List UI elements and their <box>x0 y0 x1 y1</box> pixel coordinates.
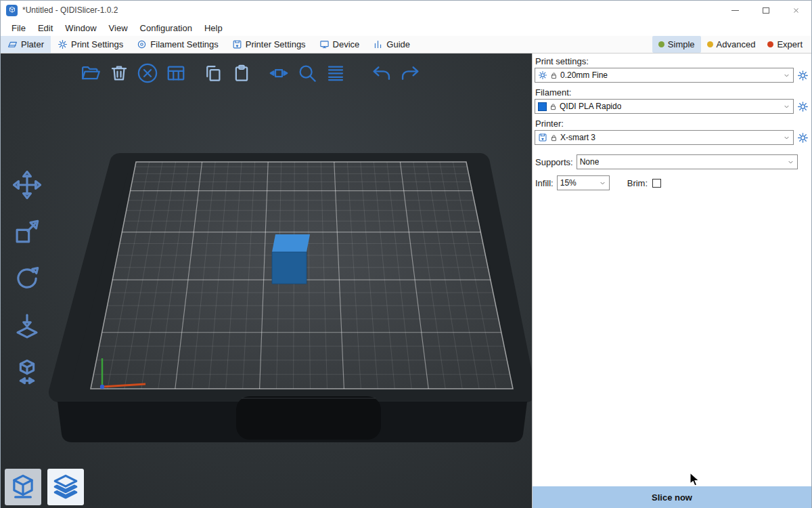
maximize-icon <box>763 7 769 14</box>
app-logo-cube-icon <box>8 6 16 14</box>
move-arrows-icon <box>13 171 41 199</box>
redo-button[interactable] <box>396 59 424 87</box>
slice-now-button[interactable]: Slice now <box>533 486 811 508</box>
plater-icon <box>7 39 18 49</box>
measure-icon <box>13 358 41 386</box>
mode-expert-label: Expert <box>777 39 803 49</box>
filament-color-swatch <box>538 102 547 111</box>
split-objects-button[interactable] <box>265 59 293 87</box>
mode-expert[interactable]: Expert <box>761 36 809 53</box>
viewport-3d[interactable] <box>1 54 532 508</box>
tab-bar: Plater Print Settings Filament Settings … <box>1 36 811 54</box>
chevron-down-icon <box>599 179 606 187</box>
filament-value: QIDI PLA Rapido <box>560 102 621 111</box>
paste-button[interactable] <box>227 59 256 87</box>
edit-print-settings-button[interactable] <box>797 70 809 81</box>
close-icon <box>792 7 800 14</box>
move-tool-button[interactable] <box>7 165 47 205</box>
tab-print-settings-label: Print Settings <box>71 39 123 49</box>
tab-plater[interactable]: Plater <box>1 36 51 53</box>
menu-file[interactable]: File <box>5 22 32 35</box>
monitor-icon <box>319 39 330 49</box>
scale-tool-button[interactable] <box>7 211 47 252</box>
menu-view[interactable]: View <box>103 22 134 35</box>
folder-open-icon <box>81 63 101 83</box>
tab-printer-settings-label: Printer Settings <box>246 39 306 49</box>
tab-printer-settings[interactable]: Printer Settings <box>225 36 313 53</box>
scene-toolbar <box>76 59 424 87</box>
delete-all-button[interactable] <box>133 59 162 87</box>
chevron-down-icon <box>783 103 790 110</box>
rotate-icon <box>13 264 41 293</box>
arrange-button[interactable] <box>162 59 190 87</box>
guide-bars-icon <box>373 39 383 49</box>
view-preview-button[interactable] <box>47 469 84 505</box>
open-file-button[interactable] <box>76 59 105 87</box>
layers-stack-icon <box>51 473 80 501</box>
view-3d-editor-button[interactable] <box>5 469 41 505</box>
mode-advanced-label: Advanced <box>717 39 756 49</box>
simple-mode-dot-icon <box>658 41 664 47</box>
tab-device[interactable]: Device <box>313 36 367 53</box>
variable-layer-height-button[interactable] <box>321 59 350 87</box>
print-settings-combo[interactable]: 0.20mm Fine <box>535 68 794 83</box>
delete-button[interactable] <box>105 59 133 87</box>
printer-value: X-smart 3 <box>560 133 595 142</box>
paste-icon <box>231 63 252 83</box>
gizmo-toolbar <box>3 165 51 392</box>
measure-tool-button[interactable] <box>7 352 47 392</box>
menu-help[interactable]: Help <box>198 22 229 35</box>
brim-checkbox[interactable] <box>652 179 661 188</box>
menu-window[interactable]: Window <box>59 22 102 35</box>
filament-label: Filament: <box>535 87 809 98</box>
model-cube-front-face <box>272 252 307 284</box>
minimize-button[interactable] <box>720 1 750 20</box>
window-title: *Untitled - QIDISlicer-1.0.2 <box>22 5 118 15</box>
supports-combo[interactable]: None <box>577 154 798 169</box>
tab-filament-settings[interactable]: Filament Settings <box>130 36 225 53</box>
copy-icon <box>203 63 223 83</box>
advanced-mode-dot-icon <box>707 41 713 47</box>
infill-label: Infill: <box>535 178 554 188</box>
lock-icon <box>550 134 558 142</box>
tab-guide-label: Guide <box>386 39 410 49</box>
lock-icon <box>549 103 557 110</box>
mouse-cursor <box>690 472 700 487</box>
mode-advanced[interactable]: Advanced <box>701 36 762 53</box>
printer-combo[interactable]: X-smart 3 <box>535 130 794 145</box>
tab-print-settings[interactable]: Print Settings <box>51 36 130 53</box>
chevron-down-icon <box>783 72 790 79</box>
settings-sidebar: Print settings: 0.20mm Fine Filament: QI… <box>532 54 811 508</box>
window-controls <box>720 1 811 20</box>
app-icon <box>6 5 18 16</box>
scale-icon <box>13 217 41 246</box>
search-button[interactable] <box>293 59 321 87</box>
printer-icon <box>538 133 547 142</box>
edit-filament-button[interactable] <box>797 101 809 112</box>
model-cube[interactable] <box>272 234 310 284</box>
filament-combo[interactable]: QIDI PLA Rapido <box>535 99 794 114</box>
delete-all-circle-x-icon <box>137 63 158 83</box>
copy-button[interactable] <box>199 59 227 87</box>
infill-combo[interactable]: 15% <box>557 175 610 190</box>
edit-printer-button[interactable] <box>797 132 809 144</box>
undo-button[interactable] <box>367 59 396 87</box>
minimize-icon <box>731 10 739 11</box>
title-bar: *Untitled - QIDISlicer-1.0.2 <box>1 1 811 20</box>
rotate-tool-button[interactable] <box>7 258 47 299</box>
place-on-face-tool-button[interactable] <box>7 305 47 345</box>
axis-origin-blue <box>100 385 104 389</box>
infill-value: 15% <box>560 178 577 188</box>
tab-device-label: Device <box>333 39 360 49</box>
menu-bar: File Edit Window View Configuration Help <box>1 20 811 36</box>
maximize-button[interactable] <box>750 1 781 20</box>
print-bed-scene[interactable] <box>1 54 532 508</box>
menu-edit[interactable]: Edit <box>32 22 59 35</box>
lock-icon <box>550 72 558 79</box>
close-button[interactable] <box>781 1 811 20</box>
tab-guide[interactable]: Guide <box>366 36 417 53</box>
mode-simple[interactable]: Simple <box>652 36 701 53</box>
menu-configuration[interactable]: Configuration <box>134 22 198 35</box>
arrange-grid-icon <box>166 63 186 83</box>
gear-icon <box>538 70 547 80</box>
